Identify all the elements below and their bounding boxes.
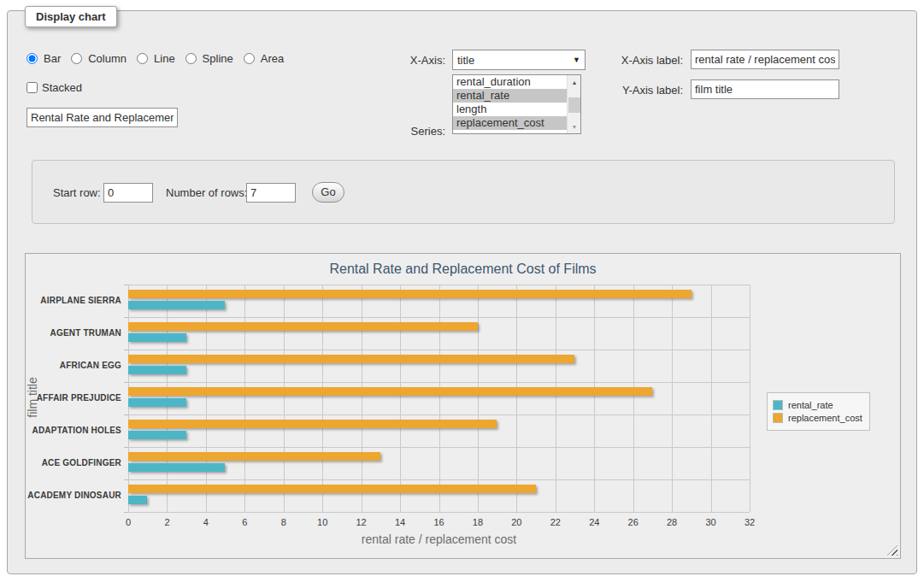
x-gridline [478,285,479,512]
x-axis-label-input[interactable] [691,50,839,69]
x-tick-label: 6 [227,517,262,527]
x-gridline [362,285,362,512]
y-gridline [128,447,750,448]
x-tick-label: 20 [499,517,533,527]
bar-rental_rate [128,301,225,309]
bar-replacement_cost [128,290,692,298]
series-option-rental_duration[interactable]: rental_duration [453,75,567,89]
x-tick-label: 26 [616,517,650,527]
x-axis-select[interactable]: title ▼ [452,50,586,70]
x-tick-label: 2 [150,517,184,527]
panel-title: Display chart [25,6,117,27]
chart-type-label-area[interactable]: Area [261,52,284,65]
y-tick-mark [124,350,128,350]
x-gridline [672,285,673,512]
resize-handle-icon[interactable] [887,545,898,556]
chart-type-label-spline[interactable]: Spline [203,52,233,65]
x-tick-label: 18 [461,517,495,527]
y-tick-mark [124,512,128,513]
num-rows-label: Number of rows: [166,186,247,199]
scroll-up-icon[interactable]: ▲ [568,75,581,89]
series-label-text: Series: [375,125,445,138]
chart-type-label-column[interactable]: Column [88,52,127,65]
chart-container: Rental Rate and Replacement Cost of Film… [25,253,901,559]
chart-type-radio-spline[interactable] [185,53,197,64]
display-chart-panel: Display chart BarColumnLineSplineArea St… [7,10,917,574]
y-tick-mark [124,414,128,415]
x-gridline [556,285,556,512]
chart-type-radios: BarColumnLineSplineArea [26,52,291,65]
x-tick-label: 32 [733,517,767,527]
category-label: ACADEMY DINOSAUR [0,491,121,500]
x-gridline [400,285,401,512]
y-axis-label-input[interactable] [691,79,839,99]
y-tick-mark [124,285,128,285]
bar-replacement_cost [128,485,536,493]
y-gridline [128,350,750,350]
bar-replacement_cost [128,420,497,428]
series-scrollbar[interactable]: ▲ ▼ [567,75,580,133]
x-gridline [594,285,595,512]
scroll-down-icon[interactable]: ▼ [568,120,581,133]
bar-replacement_cost [128,452,380,461]
stacked-label: Stacked [42,81,82,94]
go-button[interactable]: Go [312,182,344,203]
start-row-input[interactable] [103,183,153,203]
x-gridline [322,285,323,512]
y-gridline [128,317,750,318]
bar-rental_rate [128,333,186,342]
legend-item-rental_rate[interactable]: rental_rate [773,400,862,410]
category-label: AIRPLANE SIERRA [0,296,121,305]
x-tick-label: 28 [655,517,689,527]
x-tick-label: 12 [344,517,379,527]
chart-title-input[interactable] [26,108,178,127]
stacked-checkbox[interactable] [26,82,38,93]
x-axis-selected-value: title [457,54,573,67]
x-gridline [633,285,634,512]
chart-type-radio-column[interactable] [71,53,82,64]
chart-type-label-bar[interactable]: Bar [44,52,61,65]
x-tick-label: 16 [422,517,456,527]
bar-replacement_cost [128,387,652,396]
series-option-rental_rate[interactable]: rental_rate [453,89,567,103]
start-row-label: Start row: [53,186,101,199]
y-gridline [128,479,750,480]
legend-swatch-icon [773,400,783,410]
legend-label: replacement_cost [788,413,862,423]
x-gridline [244,285,245,512]
plot-area: AIRPLANE SIERRAAGENT TRUMANAFRICAN EGGAF… [128,285,750,512]
chart-legend: rental_ratereplacement_cost [767,392,870,431]
legend-item-replacement_cost[interactable]: replacement_cost [773,413,862,423]
series-listbox[interactable]: rental_durationrental_ratelengthreplacem… [452,74,581,134]
chart-type-radio-bar[interactable] [26,53,38,64]
y-tick-mark [124,382,128,383]
x-gridline [516,285,517,512]
rows-toolbar: Start row: Number of rows: Go [32,160,895,224]
chart-type-label-line[interactable]: Line [154,52,175,65]
y-tick-mark [124,479,128,480]
scrollbar-thumb[interactable] [568,97,580,113]
x-axis-label-text: X-Axis: [375,54,445,67]
series-option-length[interactable]: length [453,103,567,116]
x-tick-label: 0 [111,517,145,527]
series-option-replacement_cost[interactable]: replacement_cost [453,116,567,130]
x-gridline [284,285,285,512]
bar-rental_rate [128,431,186,439]
x-gridline [711,285,712,512]
x-gridline [439,285,440,512]
x-tick-label: 10 [305,517,339,527]
x-tick-label: 24 [577,517,611,527]
y-tick-mark [124,447,128,448]
category-label: AGENT TRUMAN [0,328,121,338]
num-rows-input[interactable] [246,183,296,203]
chart-type-radio-line[interactable] [137,53,148,64]
category-label: ADAPTATION HOLES [0,426,121,435]
chart-type-radio-area[interactable] [244,53,255,64]
bar-replacement_cost [128,355,574,363]
chevron-down-icon: ▼ [573,56,580,64]
x-tick-label: 4 [189,517,223,527]
bar-rental_rate [128,398,186,407]
bar-rental_rate [128,496,147,504]
chart-title: Rental Rate and Replacement Cost of Film… [26,262,900,277]
category-label: AFRICAN EGG [0,361,121,370]
